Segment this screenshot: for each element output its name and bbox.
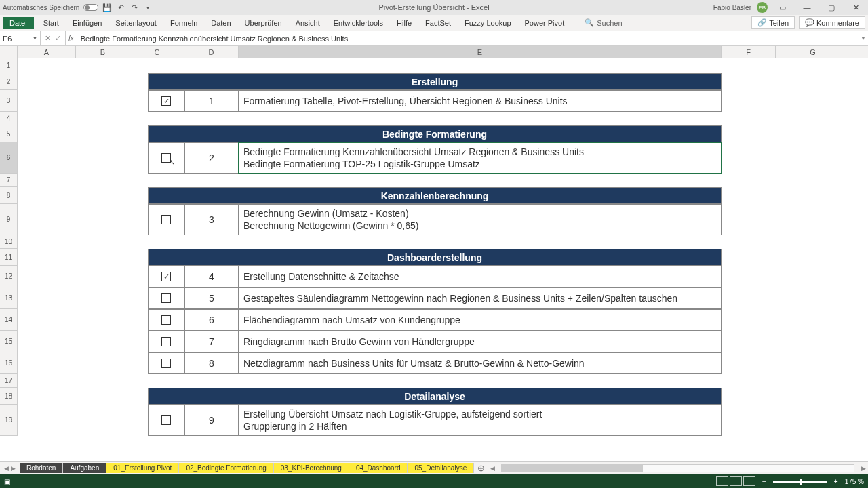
- ribbon-tab-hilfe[interactable]: Hilfe: [390, 17, 418, 29]
- record-macro-icon[interactable]: ▣: [4, 478, 10, 485]
- minimize-icon[interactable]: —: [797, 1, 816, 14]
- ribbon-tab-einfügen[interactable]: Einfügen: [66, 17, 108, 29]
- tell-me-search[interactable]: 🔍 Suchen: [585, 18, 622, 27]
- name-box[interactable]: E6▼: [0, 31, 41, 45]
- share-button[interactable]: 🔗Teilen: [751, 16, 795, 29]
- cursor-icon: ↖: [169, 158, 175, 167]
- task-number: 7: [184, 331, 239, 352]
- page-layout-view-icon[interactable]: [730, 476, 742, 486]
- sheet-tab[interactable]: 03_KPI-Berechnung: [274, 463, 349, 473]
- zoom-slider[interactable]: [773, 481, 827, 483]
- comments-button[interactable]: 💬Kommentare: [799, 16, 865, 29]
- maximize-icon[interactable]: ▢: [822, 1, 841, 14]
- col-header[interactable]: B: [76, 46, 130, 58]
- sheet-tab[interactable]: 04_Dashboard: [349, 463, 408, 473]
- checkbox[interactable]: [161, 215, 171, 224]
- col-header[interactable]: E: [239, 46, 722, 58]
- ribbon-tab-formeln[interactable]: Formeln: [163, 17, 204, 29]
- col-header[interactable]: A: [18, 46, 76, 58]
- checkbox[interactable]: [161, 293, 171, 303]
- qat-more-icon[interactable]: ▾: [143, 3, 153, 12]
- select-all-corner[interactable]: [0, 46, 18, 58]
- fx-icon[interactable]: fx: [66, 35, 77, 42]
- zoom-out-icon[interactable]: −: [762, 478, 766, 485]
- row-header[interactable]: 18: [0, 388, 18, 405]
- formula-input[interactable]: Bedingte Formatierung Kennzahlenübersich…: [77, 35, 859, 43]
- task-checkbox-cell: [148, 287, 184, 309]
- hscroll-right-icon[interactable]: ▶: [859, 465, 868, 472]
- col-header[interactable]: G: [776, 46, 850, 58]
- col-header[interactable]: C: [130, 46, 184, 58]
- ribbon-tab-power pivot[interactable]: Power Pivot: [518, 17, 572, 29]
- hscroll-left-icon[interactable]: ◀: [488, 465, 497, 472]
- row-header[interactable]: 5: [0, 125, 18, 142]
- ribbon-tab-entwicklertools[interactable]: Entwicklertools: [327, 17, 390, 29]
- task-checkbox-cell: [148, 331, 184, 352]
- row-header[interactable]: 3: [0, 90, 18, 112]
- row-header[interactable]: 19: [0, 405, 18, 436]
- zoom-level[interactable]: 175 %: [845, 478, 864, 485]
- ribbon-tab-start[interactable]: Start: [37, 17, 66, 29]
- zoom-in-icon[interactable]: +: [834, 478, 838, 485]
- row-header[interactable]: 9: [0, 204, 18, 235]
- ribbon-tab-fuzzy lookup[interactable]: Fuzzy Lookup: [458, 17, 517, 29]
- close-icon[interactable]: ✕: [846, 1, 865, 14]
- checkbox[interactable]: ✓: [161, 272, 171, 281]
- row-header[interactable]: 10: [0, 235, 18, 249]
- section-header: Detailanalyse: [148, 388, 722, 405]
- checkbox[interactable]: [161, 415, 171, 425]
- file-tab[interactable]: Datei: [3, 17, 34, 29]
- row-header[interactable]: 6: [0, 142, 18, 174]
- sheet-tab[interactable]: 05_Detailanalyse: [408, 463, 474, 473]
- row-header[interactable]: 2: [0, 73, 18, 90]
- row-header[interactable]: 13: [0, 287, 18, 309]
- checkbox[interactable]: [161, 315, 171, 325]
- ribbon-tab-ansicht[interactable]: Ansicht: [289, 17, 327, 29]
- autosave-toggle[interactable]: [83, 4, 98, 11]
- row-header[interactable]: 4: [0, 112, 18, 125]
- sheet-tab[interactable]: 01_Erstellung Pivot: [106, 463, 179, 473]
- cancel-formula-icon[interactable]: ✕: [45, 34, 51, 43]
- redo-icon[interactable]: ↷: [130, 3, 139, 12]
- col-header[interactable]: D: [184, 46, 239, 58]
- save-icon[interactable]: 💾: [102, 3, 112, 12]
- checkbox[interactable]: ✓: [161, 96, 171, 106]
- worksheet-grid[interactable]: A B C D E F G 12Erstellung3✓1Formatierun…: [0, 46, 868, 461]
- sheet-tab[interactable]: 02_Bedingte Formatierung: [179, 463, 273, 473]
- row-header[interactable]: 7: [0, 174, 18, 187]
- horizontal-scrollbar[interactable]: [501, 464, 854, 472]
- ribbon-tab-überprüfen[interactable]: Überprüfen: [238, 17, 289, 29]
- enter-formula-icon[interactable]: ✓: [55, 34, 61, 43]
- ribbon-tab-daten[interactable]: Daten: [204, 17, 237, 29]
- sheet-tab[interactable]: Aufgaben: [63, 463, 106, 473]
- sheet-nav-first-icon[interactable]: ◀: [4, 465, 9, 472]
- row-header[interactable]: 14: [0, 309, 18, 331]
- normal-view-icon[interactable]: [716, 476, 728, 486]
- sheet-tab-bar: ◀ ▶ RohdatenAufgaben01_Erstellung Pivot0…: [0, 461, 868, 474]
- task-description: Netzdiagramm nach Business Units für Ums…: [239, 352, 722, 374]
- page-break-view-icon[interactable]: [743, 476, 755, 486]
- task-checkbox-cell: ↖: [148, 142, 184, 174]
- task-number: 1: [184, 90, 239, 112]
- expand-formula-icon[interactable]: ▼: [859, 35, 868, 41]
- row-header[interactable]: 1: [0, 58, 18, 73]
- row-header[interactable]: 8: [0, 187, 18, 204]
- row-header[interactable]: 16: [0, 352, 18, 374]
- sheet-tab[interactable]: Rohdaten: [20, 463, 63, 473]
- ribbon-tab-factset[interactable]: FactSet: [418, 17, 458, 29]
- add-sheet-icon[interactable]: ⊕: [474, 463, 488, 473]
- ribbon-tab-seitenlayout[interactable]: Seitenlayout: [108, 17, 163, 29]
- ribbon-display-icon[interactable]: ▭: [773, 1, 792, 14]
- undo-icon[interactable]: ↶: [116, 3, 125, 12]
- row-header[interactable]: 15: [0, 331, 18, 352]
- checkbox[interactable]: [161, 337, 171, 346]
- task-checkbox-cell: ✓: [148, 90, 184, 112]
- checkbox[interactable]: [161, 359, 171, 368]
- row-header[interactable]: 17: [0, 374, 18, 388]
- user-avatar[interactable]: FB: [757, 2, 768, 13]
- row-header[interactable]: 12: [0, 266, 18, 287]
- sheet-nav-last-icon[interactable]: ▶: [11, 465, 16, 472]
- col-header[interactable]: F: [722, 46, 776, 58]
- search-icon: 🔍: [585, 18, 594, 27]
- row-header[interactable]: 11: [0, 249, 18, 266]
